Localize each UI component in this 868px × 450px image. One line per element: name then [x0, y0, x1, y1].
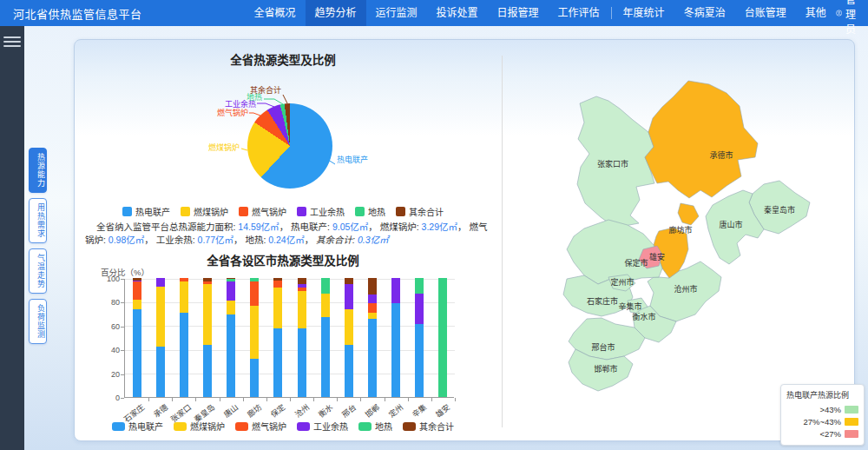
gridline — [125, 279, 455, 280]
map-region-chengde[interactable] — [645, 81, 758, 198]
bar-segment-承德-燃煤锅炉 — [156, 287, 165, 347]
x-axis-label-唐山: 唐山 — [221, 401, 240, 420]
side-tab-2[interactable]: 气温走势 — [29, 248, 47, 294]
legend-item-2[interactable]: 燃气锅炉 — [239, 205, 286, 218]
nav-item-4[interactable]: 日报管理 — [488, 0, 549, 26]
y-tick-mark — [121, 350, 124, 351]
bar-segment-保定-其余合计 — [273, 278, 282, 281]
bar-segment-沧州-其余合计 — [298, 278, 306, 284]
pie-label-coal-boiler: 燃煤锅炉 — [208, 142, 240, 153]
hamburger-icon[interactable] — [3, 34, 21, 50]
bar-segment-定州-工业余热 — [391, 278, 400, 303]
x-axis-label-沧州: 沧州 — [292, 401, 311, 420]
user-name: 管理员 — [845, 0, 862, 36]
bar-segment-保定-燃煤锅炉 — [273, 288, 282, 328]
legend-item-4[interactable]: 地热 — [358, 420, 392, 433]
y-tick-label: 40 — [92, 346, 120, 354]
pie-chart-title: 全省热源类型及比例 — [75, 50, 491, 68]
summary-value: 14.59亿㎡ — [238, 222, 279, 232]
bar-segment-张家口-燃气锅炉 — [180, 278, 188, 281]
nav-divider — [611, 7, 612, 19]
nav-item-5[interactable]: 工作评估 — [549, 0, 609, 26]
bar-segment-廊坊-燃气锅炉 — [250, 281, 259, 305]
legend-item-1[interactable]: 燃煤锅炉 — [181, 205, 228, 218]
map-label: 石家庄市 — [587, 296, 618, 306]
side-tab-0[interactable]: 热源能力 — [29, 148, 47, 193]
gridline — [125, 374, 455, 374]
legend-item-0[interactable]: 热电联产 — [122, 205, 170, 218]
bar-segment-邯郸-其余合计 — [368, 278, 377, 294]
legend-label: 工业余热 — [313, 420, 348, 433]
nav-item-7[interactable]: 冬病夏治 — [674, 0, 735, 26]
gridline — [125, 350, 455, 351]
x-tick-mark — [360, 398, 361, 401]
legend-swatch — [122, 207, 132, 216]
summary-label: 热电联产: — [291, 222, 332, 232]
map-label: 保定市 — [624, 258, 648, 268]
legend-item-5[interactable]: 其余合计 — [396, 205, 444, 218]
legend-item-5[interactable]: 其余合计 — [403, 420, 454, 433]
nav-item-1[interactable]: 趋势分析 — [306, 0, 366, 26]
nav-item-3[interactable]: 投诉处置 — [427, 0, 488, 26]
bar-segment-承德-热电联产 — [156, 347, 165, 397]
map-legend-label: >43% — [819, 405, 841, 414]
summary-value: 9.05亿㎡ — [332, 222, 368, 232]
user-menu[interactable]: 管理员 35 — [836, 0, 862, 36]
nav-item-0[interactable]: 全省概况 — [245, 0, 306, 26]
x-tick-mark — [243, 398, 244, 401]
nav-item-9[interactable]: 其他 — [796, 0, 836, 26]
map-legend-label: <27% — [819, 429, 841, 439]
bar-segment-秦皇岛-燃煤锅炉 — [203, 284, 212, 345]
nav-item-2[interactable]: 运行监测 — [366, 0, 427, 26]
summary-value: 3.29亿㎡ — [422, 222, 457, 232]
bar-segment-唐山-工业余热 — [227, 281, 235, 301]
legend-item-3[interactable]: 工业余热 — [297, 420, 348, 433]
bar-segment-邢台-燃煤锅炉 — [345, 309, 353, 345]
nav-item-8[interactable]: 台账管理 — [735, 0, 796, 26]
map-legend-swatch — [845, 418, 858, 426]
map-label: 沧州市 — [674, 284, 697, 294]
bar-segment-廊坊-热电联产 — [250, 359, 259, 397]
legend-label: 其余合计 — [419, 420, 454, 433]
bar-segment-承德-工业余热 — [156, 278, 165, 287]
x-axis-label-承德: 承德 — [151, 401, 170, 420]
bar-segment-石家庄-工业余热 — [133, 281, 141, 281]
map-legend-title: 热电联产热源比例 — [786, 389, 858, 400]
x-axis-label-辛集: 辛集 — [410, 401, 429, 420]
map-region-langfang-exclave[interactable] — [678, 203, 699, 225]
x-tick-mark — [408, 398, 409, 401]
y-tick-label: 80 — [92, 298, 120, 307]
legend-label: 热电联产 — [135, 205, 170, 218]
bar-segment-石家庄-其余合计 — [133, 278, 141, 281]
pie-label-others: 其余合计 — [250, 84, 281, 96]
bar-segment-辛集-工业余热 — [415, 294, 424, 325]
summary-value: 0.98亿㎡ — [108, 235, 144, 245]
x-axis-label-邢台: 邢台 — [339, 401, 358, 420]
legend-item-0[interactable]: 热电联产 — [112, 420, 163, 433]
bar-segment-石家庄-燃气锅炉 — [133, 281, 141, 300]
bar-segment-邯郸-燃气锅炉 — [368, 303, 377, 313]
pie-label-cogeneration: 热电联产 — [337, 154, 368, 165]
legend-swatch — [358, 422, 372, 431]
summary-label: 地热: — [245, 235, 268, 245]
nav-item-6[interactable]: 年度统计 — [614, 0, 674, 26]
bar-segment-石家庄-燃煤锅炉 — [133, 300, 141, 309]
x-tick-mark — [313, 398, 314, 401]
bar-segment-辛集-地热 — [415, 278, 424, 294]
x-tick-mark — [337, 398, 338, 401]
map-label: 秦皇岛市 — [764, 205, 795, 215]
y-tick-label: 100 — [92, 275, 120, 283]
map-label: 廊坊市 — [668, 225, 692, 235]
content-card: 全省热源类型及比例 热电联产 燃煤锅炉 燃气锅炉 工业余热 地热 其余合计 热电… — [74, 39, 855, 441]
bar-segment-张家口-燃煤锅炉 — [180, 281, 188, 313]
map-label: 张家口市 — [597, 159, 628, 169]
side-tab-1[interactable]: 用热需求 — [29, 198, 47, 243]
legend-item-3[interactable]: 工业余热 — [297, 205, 345, 218]
legend-item-4[interactable]: 地热 — [355, 205, 385, 218]
bar-segment-保定-燃气锅炉 — [273, 281, 282, 288]
legend-item-2[interactable]: 燃气锅炉 — [235, 420, 286, 433]
legend-swatch — [403, 422, 416, 431]
map-legend-swatch — [845, 406, 858, 414]
side-tab-3[interactable]: 负荷监测 — [29, 299, 47, 344]
bar-segment-邯郸-燃煤锅炉 — [368, 313, 377, 319]
